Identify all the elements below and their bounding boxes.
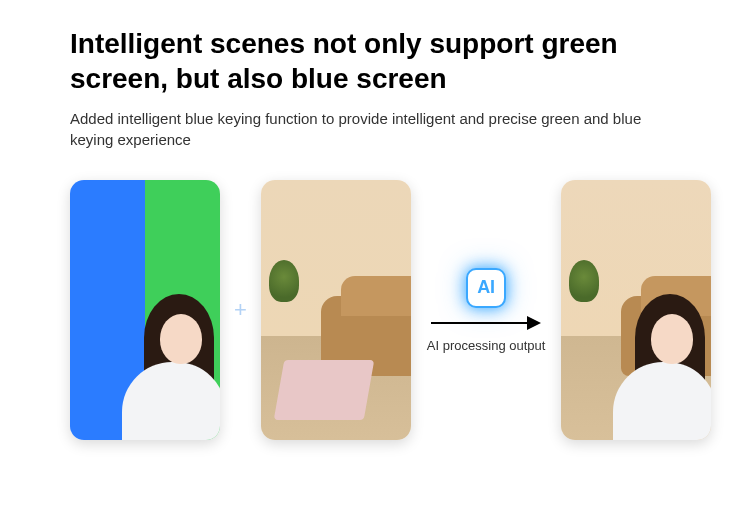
ai-process-block: AI AI processing output (423, 268, 550, 353)
feature-title: Intelligent scenes not only support gree… (70, 26, 680, 96)
ai-caption: AI processing output (427, 338, 546, 353)
feature-subtitle: Added intelligent blue keying function t… (70, 108, 680, 150)
person-figure (116, 290, 220, 440)
source-person-card (70, 180, 220, 440)
background-room-card (261, 180, 411, 440)
plus-icon: + (232, 297, 249, 323)
ai-icon: AI (466, 268, 506, 308)
illustration-row: + AI AI processing output (70, 180, 680, 440)
arrow-right-icon (431, 316, 541, 330)
output-composite-card (561, 180, 711, 440)
person-figure-output (607, 290, 711, 440)
